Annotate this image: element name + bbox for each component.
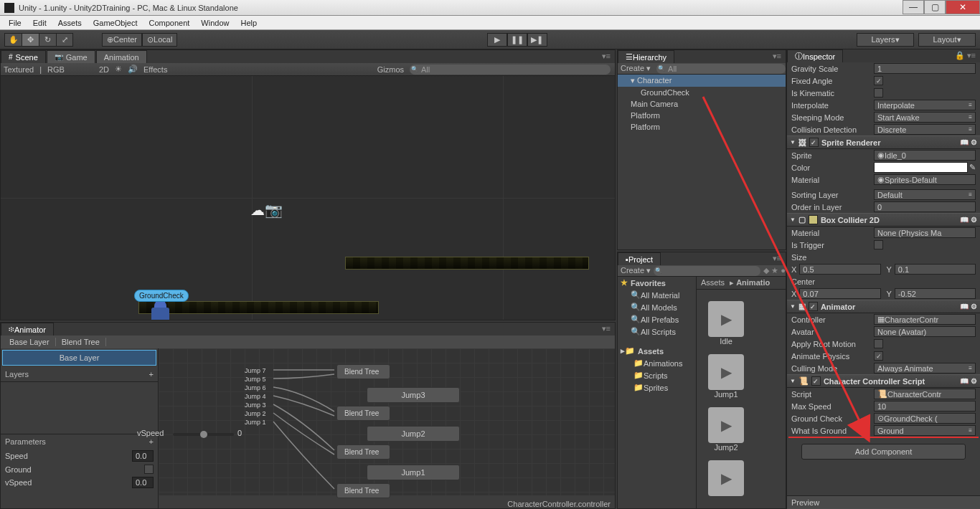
maximize-button[interactable]: ▢ — [924, 0, 946, 14]
component-sprite-renderer[interactable]: ▼🖼 ✓Sprite Renderer📖 ⚙ — [787, 135, 980, 149]
checkbox-kinematic[interactable] — [874, 88, 883, 97]
panel-menu-icon[interactable]: ▾≡ — [598, 323, 615, 336]
checkbox-rootmotion[interactable] — [874, 339, 883, 348]
asset-idle[interactable]: ▶Idle — [708, 301, 744, 346]
scale-tool[interactable]: ⤢ — [56, 33, 73, 47]
minimize-button[interactable]: — — [903, 0, 924, 14]
platform-top[interactable] — [345, 257, 589, 270]
close-button[interactable]: ✕ — [946, 0, 980, 14]
light-icon[interactable]: ☀ — [115, 65, 122, 74]
render-mode-dropdown[interactable]: RGB — [47, 65, 65, 74]
menu-gameobject[interactable]: GameObject — [88, 19, 143, 27]
field-size-y[interactable]: 0.1 — [895, 264, 976, 275]
field-size-x[interactable]: 0.5 — [799, 264, 880, 275]
field-gravity[interactable]: 1 — [874, 63, 976, 74]
field-center-y[interactable]: -0.52 — [895, 288, 976, 299]
animator-graph[interactable]: vSpeed 0 Jump 7 Jump 5 Jump 6 Jump 4 Jum… — [159, 348, 615, 495]
scene-viewport[interactable]: ☁📷 GroundCheck — [1, 76, 615, 320]
shading-dropdown[interactable]: Textured — [4, 65, 34, 74]
dir-sprites[interactable]: 📁 Sprites — [618, 381, 696, 394]
groundcheck-label[interactable]: GroundCheck — [134, 290, 189, 302]
hierarchy-item-platform[interactable]: Platform — [618, 110, 786, 121]
pivot-mode[interactable]: ⊕ Center — [102, 33, 142, 47]
project-search[interactable] — [654, 266, 760, 276]
param-vspeed[interactable]: vSpeed0.0 — [1, 475, 158, 490]
dropdown-sortlayer[interactable]: Default — [874, 189, 976, 200]
panel-menu-icon[interactable]: 🔒 ▾≡ — [951, 49, 980, 62]
checkbox-fixedangle[interactable]: ✓ — [874, 76, 883, 85]
param-ground[interactable]: Ground — [1, 463, 158, 475]
field-sprite[interactable]: ◉ Idle_0 — [874, 150, 976, 161]
dropdown-interpolate[interactable]: Interpolate — [874, 100, 976, 110]
field-center-x[interactable]: 0.07 — [799, 288, 880, 299]
menu-file[interactable]: File — [3, 19, 27, 27]
component-char-controller[interactable]: ▼📜 ✓Character Controller Script📖 ⚙ — [787, 374, 980, 388]
hierarchy-item-maincamera[interactable]: Main Camera — [618, 98, 786, 110]
field-physmaterial[interactable]: None (Physics Ma — [874, 227, 976, 238]
param-speed[interactable]: Speed0.0 — [1, 449, 158, 463]
state-blendtree[interactable]: Blend Tree — [336, 406, 390, 421]
filter-icons[interactable]: ◆ ★ ● — [763, 266, 786, 275]
project-tab[interactable]: ▪ Project — [618, 252, 661, 265]
dropdown-sleeping[interactable]: Start Awake — [874, 112, 976, 123]
asset-jump1[interactable]: ▶Jump1 — [708, 354, 744, 399]
component-animator[interactable]: ▼▦ ✓Animator📖 ⚙ — [787, 300, 980, 313]
field-maxspeed[interactable]: 10 — [874, 401, 976, 412]
assets-header[interactable]: ▸📁Assets — [618, 345, 696, 357]
add-layer-button[interactable]: + — [149, 370, 154, 379]
dir-scripts[interactable]: 📁 Scripts — [618, 369, 696, 381]
audio-icon[interactable]: 🔊 — [128, 65, 138, 74]
hierarchy-tab[interactable]: ☰ Hierarchy — [618, 50, 674, 63]
menu-assets[interactable]: Assets — [52, 19, 88, 27]
field-avatar[interactable]: None (Avatar) — [874, 326, 976, 337]
checkbox-istrigger[interactable] — [874, 240, 883, 249]
move-tool[interactable]: ✥ — [22, 33, 39, 47]
add-component-button[interactable]: Add Component — [801, 444, 966, 460]
dir-animations[interactable]: 📁 Animations — [618, 357, 696, 369]
field-orderlayer[interactable]: 0 — [874, 201, 976, 212]
asset-jump2[interactable]: ▶Jump2 — [708, 407, 744, 452]
component-box-collider[interactable]: ▼▢ Box Collider 2D📖 ⚙ — [787, 213, 980, 227]
menu-component[interactable]: Component — [143, 19, 195, 27]
menu-help[interactable]: Help — [235, 19, 263, 27]
scene-tab[interactable]: #Scene — [1, 50, 46, 63]
scene-search[interactable]: All — [410, 65, 611, 75]
animator-tab[interactable]: ፨ Animator — [1, 323, 54, 336]
rotate-tool[interactable]: ↻ — [39, 33, 56, 47]
hierarchy-item-platform[interactable]: Platform — [618, 121, 786, 133]
fav-prefabs[interactable]: 🔍 All Prefabs — [618, 313, 696, 325]
inspector-tab[interactable]: ⓘ Inspector — [787, 49, 843, 62]
eyedropper-icon[interactable]: ✎ — [969, 163, 976, 172]
checkbox-animphysics[interactable]: ✓ — [874, 351, 883, 361]
layout-dropdown[interactable]: Layout ▾ — [918, 33, 976, 47]
play-button[interactable]: ▶ — [487, 33, 507, 47]
dropdown-whatisground[interactable]: Ground — [874, 425, 976, 436]
field-material[interactable]: ◉ Sprites-Default — [874, 174, 976, 185]
state-jump3[interactable]: Jump3 — [367, 387, 460, 403]
panel-menu-icon[interactable]: ▾≡ — [598, 50, 615, 63]
field-color[interactable] — [874, 162, 968, 173]
space-mode[interactable]: ⊙ Local — [142, 33, 177, 47]
panel-menu-icon[interactable]: ▾≡ — [768, 252, 786, 265]
panel-menu-icon[interactable]: ▾≡ — [768, 50, 786, 63]
hierarchy-item-groundcheck[interactable]: GroundCheck — [618, 87, 786, 98]
breadcrumb-blendtree[interactable]: Blend Tree — [56, 338, 106, 346]
field-groundcheck[interactable]: ⊙ GroundCheck ( — [874, 413, 976, 424]
2d-toggle[interactable]: 2D — [99, 65, 109, 74]
step-button[interactable]: ▶❚ — [527, 33, 547, 47]
favorites-header[interactable]: ★Favorites — [618, 277, 696, 289]
preview-header[interactable]: Preview — [787, 495, 980, 509]
dropdown-culling[interactable]: Always Animate — [874, 363, 976, 374]
field-controller[interactable]: ▦ CharacterContr — [874, 314, 976, 325]
create-dropdown[interactable]: Create ▾ — [621, 64, 651, 73]
asset-thumb[interactable]: ▶ — [708, 460, 744, 496]
layer-base[interactable]: Base Layer — [2, 350, 156, 366]
fav-material[interactable]: 🔍 All Material — [618, 289, 696, 301]
field-script[interactable]: 📜 CharacterContr — [874, 389, 976, 399]
hand-tool[interactable]: ✋ — [4, 33, 22, 47]
state-jump2[interactable]: Jump2 — [367, 426, 460, 442]
hierarchy-item-character[interactable]: ▾ Character — [618, 75, 786, 87]
add-parameter-button[interactable]: + — [149, 437, 154, 446]
breadcrumb-base[interactable]: Base Layer — [4, 338, 56, 346]
state-blendtree[interactable]: Blend Tree — [336, 444, 390, 460]
